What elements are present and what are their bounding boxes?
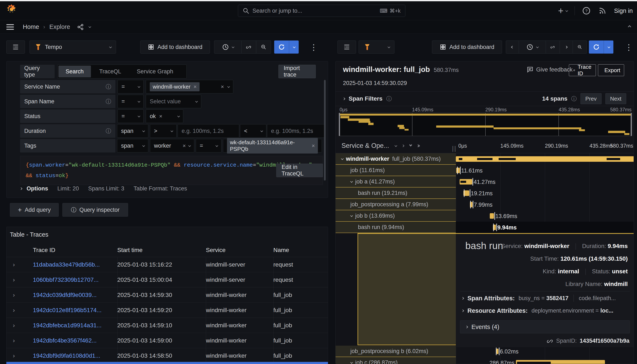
tags-key[interactable]: worker× [150,139,194,152]
chevron-down-icon[interactable] [350,361,353,364]
table-row[interactable]: ›1942dbfebca1d9914a31...2025-01-03 14:59… [6,318,328,333]
share-icon[interactable] [77,23,84,31]
edit-in-traceql-button[interactable]: Edit in TraceQL [276,164,323,177]
span-timeline-cell[interactable]: 11.61ms [456,165,634,176]
duration-op-lt[interactable]: < [240,124,266,138]
table-row[interactable]: ›1060bbf732309b12707...2025-01-03 15:00:… [6,272,328,287]
col-trace-id[interactable]: Trace ID [33,247,117,254]
trace-id-link[interactable]: 1060bbf732309b12707... [33,276,117,283]
table-row[interactable]: ›1942dbfc4be3567f462...2025-01-03 14:59:… [6,333,328,348]
span-name-cell[interactable]: bash run (19.21ms) [336,188,456,199]
span-timeline-cell[interactable]: 9.94ms [456,222,634,233]
row-expand-icon[interactable]: › [13,352,33,359]
resource-attributes-row[interactable]: Resource Attributes: deployment.environm… [462,307,630,314]
sign-in-button[interactable]: Sign in [614,8,633,14]
right-refresh-button[interactable] [589,40,614,54]
span-row[interactable]: job (11.61ms)11.61ms [336,165,634,176]
col-service[interactable]: Service [206,247,273,254]
span-attributes-row[interactable]: Span Attributes: busy_ns = 3582417 code.… [462,294,630,302]
right-panel-kebab-icon[interactable]: ⋮ [625,43,633,51]
options-toggle[interactable]: Options [20,185,48,192]
trace-id-link[interactable]: 1942dc039dfdf9e0039... [33,292,117,298]
scrollbar[interactable] [324,80,326,180]
prev-button[interactable]: Prev [580,93,601,104]
breadcrumb-explore[interactable]: Explore [49,24,70,30]
events-toggle[interactable]: Events (4) [460,320,630,334]
duration-op-gt[interactable]: > [150,124,176,138]
help-icon[interactable]: ? [582,6,591,15]
new-menu-button[interactable]: + [558,6,568,16]
collapse-up-icon[interactable] [628,25,631,29]
left-outline-button[interactable] [6,40,25,54]
span-bar[interactable] [490,213,494,219]
span-bar[interactable] [456,168,460,173]
left-refresh-button[interactable] [274,40,299,54]
span-row[interactable]: job c (286.87ms)286.87ms [336,357,634,364]
span-filters-label[interactable]: Span Filters [349,95,382,102]
span-timeline-cell[interactable]: 19.21ms [456,188,634,199]
service-operation-column[interactable]: Service & Ope... [342,142,389,150]
give-feedback-button[interactable]: Give feedback [526,66,573,73]
time-back-button[interactable] [506,40,519,54]
span-row[interactable]: job_postprocessing a (7.99ms)7.99ms [336,199,634,210]
col-name[interactable]: Name [273,247,328,254]
span-name-cell[interactable]: windmill-workerfull_job (580.37ms) [336,153,456,165]
span-timeline-cell[interactable]: 13.69ms [456,210,634,222]
span-name-cell[interactable]: job a (41.27ms) [336,176,456,188]
table-row[interactable]: ›1942dc039dfdf9e0039...2025-01-03 14:59:… [6,287,328,302]
chevron-down-icon[interactable] [350,214,353,217]
row-expand-icon[interactable]: › [13,322,33,329]
span-name-operator[interactable]: = [118,95,144,108]
status-value[interactable]: ok× [146,110,183,123]
trace-id-link[interactable]: 1942dbfc4be3567f462... [33,337,117,344]
query-inspector-button[interactable]: ⓘQuery inspector [62,203,128,216]
span-timeline-cell[interactable]: 286.87ms [456,357,634,364]
tab-service-graph[interactable]: Service Graph [130,66,180,78]
refresh-interval-dropdown[interactable] [604,40,614,54]
chevron-down-icon[interactable] [341,157,344,160]
row-expand-icon[interactable]: › [13,307,33,314]
add-query-button[interactable]: +Add query [10,203,59,216]
minimap-right-handle[interactable] [631,113,632,136]
tab-traceql[interactable]: TraceQL [92,66,128,78]
export-button[interactable]: Export [598,64,624,76]
table-row[interactable]: ›11dabada33e479db56b...2025-01-03 15:16:… [6,257,328,272]
remove-chip-icon[interactable]: × [312,142,315,149]
right-add-to-dashboard-button[interactable]: Add to dashboard [432,40,502,54]
span-name-cell[interactable]: job c (286.87ms) [336,357,456,364]
duration-min-input[interactable]: e.g. 100ms, 1.2s [178,124,239,138]
left-add-to-dashboard-button[interactable]: Add to dashboard [140,40,210,54]
time-picker-button[interactable] [214,40,242,54]
span-row[interactable]: job_postprocessing b (6.02ms)6.02ms [336,346,634,357]
service-name-chip[interactable]: windmill-worker× [150,82,200,91]
span-name-cell[interactable]: job_postprocessing b (6.02ms) [336,346,456,357]
collapse-one-icon[interactable] [402,144,404,147]
expand-icon[interactable] [342,98,345,100]
panel-title[interactable]: Table - Traces [10,231,48,238]
span-name-cell[interactable]: bash run (9.94ms) [336,222,456,233]
tab-search[interactable]: Search [58,66,91,78]
minimap-left-handle[interactable] [339,113,340,136]
span-row[interactable]: job a (41.27ms)41.27ms [336,176,634,188]
remove-chip-icon[interactable]: × [194,84,196,90]
span-timeline-cell[interactable] [456,153,634,165]
span-bar[interactable] [496,348,498,354]
span-name-cell[interactable]: job_postprocessing a (7.99ms) [336,199,456,210]
row-expand-icon[interactable]: › [13,292,33,298]
duration-scope[interactable]: span [117,124,148,138]
zoom-out-button[interactable] [573,40,587,54]
menu-toggle-icon[interactable] [6,24,14,30]
trace-minimap[interactable] [339,113,632,136]
status-operator[interactable]: = [118,110,144,123]
span-row[interactable]: bash run (19.21ms)19.21ms [336,188,634,199]
chevron-down-icon[interactable] [350,180,353,183]
chevron-down-icon[interactable] [394,144,397,147]
trace-id-link[interactable]: 1942dbfebca1d9914a31... [33,322,117,329]
span-row[interactable]: windmill-workerfull_job (580.37ms) [336,153,634,165]
import-trace-button[interactable]: Import trace [278,65,316,78]
trace-id-link[interactable]: 11dabada33e479db56b... [33,261,117,268]
next-button[interactable]: Next [605,93,626,104]
span-id[interactable]: SpanID: 14354f16500a7b9a [547,338,630,344]
col-start-time[interactable]: Start time [117,247,206,254]
datasource-picker[interactable]: Tempo [30,40,116,54]
